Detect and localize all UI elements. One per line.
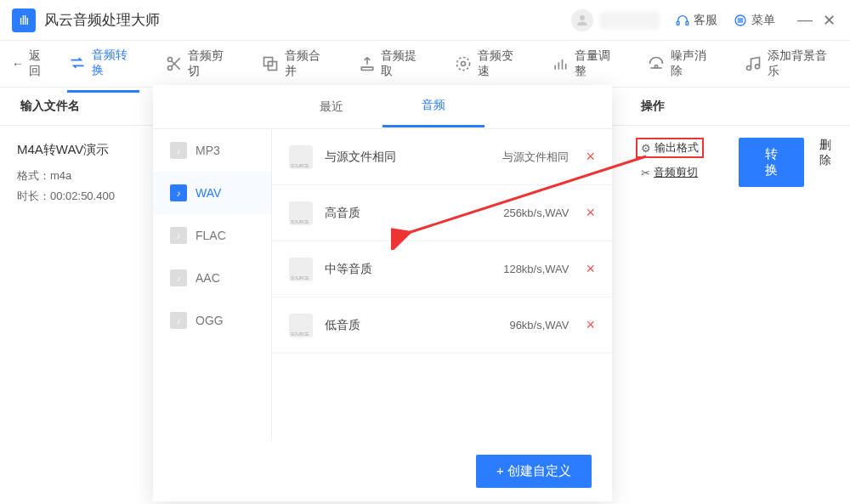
close-button[interactable]: ✕ — [819, 11, 838, 30]
tab-audio-cut[interactable]: 音频剪切 — [163, 37, 236, 91]
tab-add-bgm[interactable]: 添加背景音乐 — [742, 37, 838, 91]
remove-quality-icon[interactable]: × — [586, 148, 595, 166]
quality-row[interactable]: 高音质 256kb/s,WAV × — [272, 185, 612, 241]
menu-icon — [733, 13, 748, 28]
convert-icon — [69, 54, 87, 72]
svg-point-8 — [167, 66, 172, 71]
back-arrow-icon: ← — [12, 57, 24, 71]
minimize-button[interactable]: — — [796, 11, 814, 29]
user-name-blurred — [600, 12, 660, 29]
speed-icon — [455, 54, 473, 73]
tab-audio-speed[interactable]: 音频变速 — [453, 37, 526, 91]
tab-noise-remove[interactable]: 噪声消除 — [646, 37, 719, 91]
tab-audio-extract[interactable]: 音频提取 — [356, 37, 429, 91]
customer-service-link[interactable]: 客服 — [675, 13, 717, 28]
music-icon — [744, 54, 762, 73]
column-header-ops: 操作 — [634, 99, 830, 114]
format-panel: 最近 音频 ♪MP3 ♪WAV ♪FLAC ♪AAC ♪OGG 与源文件相同 与… — [153, 85, 612, 501]
quality-row[interactable]: 中等音质 128kb/s,WAV × — [272, 241, 612, 297]
svg-point-21 — [746, 66, 751, 71]
output-format-chip[interactable]: ⚙ 输出格式 — [636, 138, 704, 158]
scissors-small-icon: ✂ — [641, 167, 650, 179]
headset-icon — [675, 13, 690, 28]
menu-label: 菜单 — [751, 13, 775, 28]
file-icon: ♪ — [170, 269, 187, 286]
scissors-icon — [165, 54, 183, 73]
source-file-icon — [289, 145, 313, 169]
extract-icon — [358, 54, 376, 73]
create-custom-button[interactable]: + 创建自定义 — [476, 455, 592, 488]
format-ogg[interactable]: ♪OGG — [153, 299, 271, 342]
source-file-icon — [289, 258, 313, 281]
file-icon: ♪ — [170, 184, 187, 201]
noise-icon — [648, 54, 666, 73]
format-aac[interactable]: ♪AAC — [153, 257, 271, 299]
quality-list: 与源文件相同 与源文件相同 × 高音质 256kb/s,WAV × 中等音质 1… — [272, 129, 612, 441]
file-icon: ♪ — [170, 142, 187, 159]
quality-row[interactable]: 低音质 96kb/s,WAV × — [272, 297, 612, 354]
merge-icon — [262, 54, 280, 73]
svg-point-7 — [167, 58, 172, 62]
svg-point-13 — [462, 62, 466, 66]
app-title: 风云音频处理大师 — [44, 10, 160, 30]
svg-point-0 — [580, 15, 585, 20]
file-icon: ♪ — [170, 227, 187, 244]
user-avatar[interactable] — [571, 9, 593, 31]
remove-quality-icon[interactable]: × — [586, 204, 595, 222]
svg-rect-1 — [677, 21, 679, 25]
svg-point-14 — [457, 58, 470, 71]
convert-button[interactable]: 转换 — [739, 138, 804, 187]
gear-icon: ⚙ — [641, 142, 651, 155]
svg-point-22 — [755, 65, 759, 69]
tab-volume-adjust[interactable]: 音量调整 — [549, 37, 622, 91]
source-file-icon — [289, 201, 313, 225]
audio-cut-chip[interactable]: ✂ 音频剪切 — [636, 163, 703, 182]
format-flac[interactable]: ♪FLAC — [153, 214, 271, 257]
remove-quality-icon[interactable]: × — [586, 260, 595, 278]
format-mp3[interactable]: ♪MP3 — [153, 129, 271, 172]
svg-rect-2 — [686, 21, 688, 25]
panel-tab-recent[interactable]: 最近 — [280, 88, 382, 127]
remove-quality-icon[interactable]: × — [586, 316, 595, 334]
back-button[interactable]: ← 返回 — [12, 48, 52, 79]
delete-link[interactable]: 删除 — [819, 138, 833, 168]
tab-audio-merge[interactable]: 音频合并 — [260, 37, 333, 91]
volume-icon — [551, 54, 569, 73]
tab-audio-convert[interactable]: 音频转换 — [67, 36, 140, 93]
file-icon: ♪ — [170, 312, 187, 329]
format-wav[interactable]: ♪WAV — [153, 172, 271, 214]
source-file-icon — [289, 314, 313, 337]
customer-service-label: 客服 — [694, 13, 717, 28]
back-label: 返回 — [29, 48, 52, 79]
quality-row[interactable]: 与源文件相同 与源文件相同 × — [272, 129, 612, 185]
panel-tab-audio[interactable]: 音频 — [382, 86, 484, 127]
menu-link[interactable]: 菜单 — [733, 13, 775, 28]
app-logo: ıllı — [12, 8, 36, 32]
